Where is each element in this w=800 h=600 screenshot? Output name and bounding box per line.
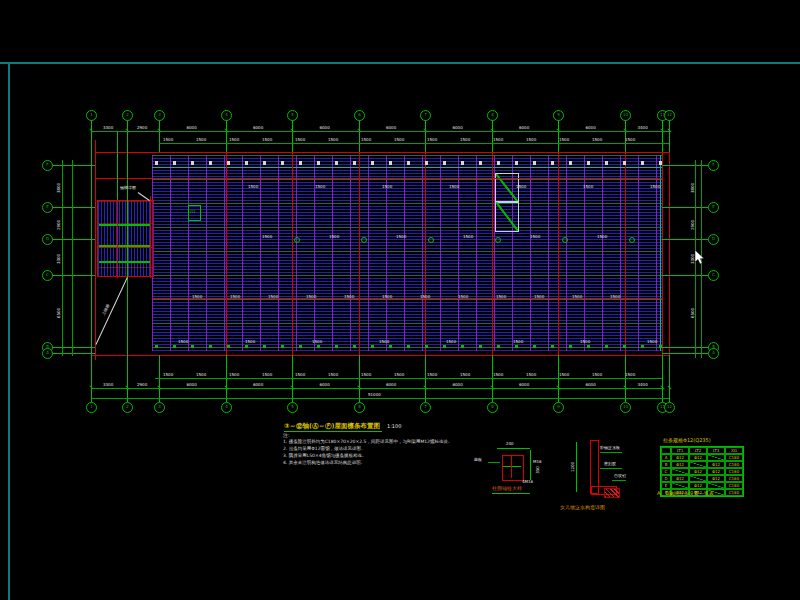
purlin-spacing-label: 1500 (496, 295, 506, 299)
purlin-marker (335, 161, 338, 165)
red-frame-horizontal (97, 247, 152, 248)
axis-bubble-bottom: 3 (154, 402, 165, 413)
dim-tick (89, 128, 93, 132)
table-cell: A (661, 454, 671, 461)
purlin-spacing-label: 1500 (344, 295, 354, 299)
eave-line (152, 167, 662, 168)
purlin-marker (569, 161, 572, 165)
purlin-spacing-label: 1500 (379, 340, 389, 344)
dim-line (155, 378, 662, 379)
dim-value: 1500 (460, 373, 470, 377)
purlin-spacing-label: 1500 (245, 340, 255, 344)
axis-bubble-top: 4 (221, 110, 232, 121)
row-bubble-right: F (708, 160, 719, 171)
row-bubble-right: D (708, 234, 719, 245)
purlin-marker (515, 345, 518, 348)
dim-value: 6000 (320, 126, 330, 130)
purlin-marker (191, 345, 194, 348)
purlin-spacing-label: 1500 (534, 295, 544, 299)
detail1-label-left: 垫板 (474, 458, 482, 462)
purlin-spacing-label: 1500 (458, 295, 468, 299)
table-cell (661, 447, 671, 454)
dim-value: 1500 (460, 138, 470, 142)
table-cell: Φ12 (707, 475, 725, 482)
dim-value: 1500 (394, 138, 404, 142)
axis-bubble-top: 9 (553, 110, 564, 121)
stair-leader-label: 钢梯详图 (120, 186, 136, 190)
red-frame-vertical (292, 152, 293, 355)
purlin-marker (371, 161, 374, 165)
purlin-spacing-label: 1500 (513, 340, 523, 344)
brace-circle (294, 237, 300, 243)
purlin-marker (533, 345, 536, 348)
dim-line (91, 131, 669, 132)
purlin-marker (659, 345, 662, 348)
purlin-marker (173, 345, 176, 348)
purlin-spacing-label: 1500 (312, 340, 322, 344)
red-frame-horizontal (95, 152, 670, 153)
table-cell: XG (725, 447, 743, 454)
detail1-bolt-note: 4M16 (522, 480, 533, 484)
dim-value: 6000 (519, 383, 529, 387)
axis-stub-bottom (669, 355, 670, 402)
dim-value: 1500 (163, 138, 173, 142)
dim-value: 1500 (559, 138, 569, 142)
ramp-diagonal (96, 277, 128, 344)
table-cell (689, 461, 707, 468)
red-frame-vertical (558, 152, 559, 355)
row-leader-left (52, 165, 95, 166)
axis-bubble-top: 1 (86, 110, 97, 121)
purlin-marker (155, 161, 158, 165)
purlin-marker (641, 345, 644, 348)
dim-value: 1500 (229, 373, 239, 377)
dim-value: 1500 (493, 138, 503, 142)
row-bubble-left: C (42, 270, 53, 281)
detail1-label-right: M16 (533, 460, 542, 464)
purlin-marker (569, 345, 572, 348)
purlin-marker (515, 161, 518, 165)
dim-value: 6000 (253, 383, 263, 387)
table-cell: Φ12 (707, 461, 725, 468)
dim-total: 51000 (368, 393, 381, 397)
purlin-marker (425, 161, 428, 165)
purlin-marker (317, 345, 320, 348)
title-underline (284, 431, 382, 432)
purlin-marker (389, 345, 392, 348)
purlin-spacing-label: 1500 (516, 185, 526, 189)
frame-top-line (0, 62, 800, 64)
purlin-spacing-label: 1500 (178, 340, 188, 344)
purlin-marker (209, 161, 212, 165)
dim-value: 6000 (586, 383, 596, 387)
drawing-scale: 1:100 (387, 424, 401, 429)
red-frame-vertical (226, 152, 227, 355)
mouse-cursor (695, 250, 707, 266)
dim-value: 2900 (137, 126, 147, 130)
purlin-marker (353, 345, 356, 348)
note-item: 2. 拉条均采用Φ12圆钢，做法详见详图。 (283, 447, 366, 452)
cad-drawing-canvas[interactable]: 112233445566778899101011111212FFEEDDCCBB… (0, 0, 800, 600)
dim-value: 1500 (394, 373, 404, 377)
drawing-title: ③～⑫轴(Ⓐ～Ⓕ)屋面檩条布置图 (284, 423, 380, 430)
dim-value: 3400 (638, 383, 648, 387)
dim-value: 3300 (103, 383, 113, 387)
brace-circle (361, 237, 367, 243)
purlin-marker (461, 161, 464, 165)
dim-value: 1500 (229, 138, 239, 142)
purlin-marker (605, 345, 608, 348)
purlin-marker (371, 345, 374, 348)
purlin-marker (227, 161, 230, 165)
purlin-marker (551, 161, 554, 165)
purlin-spacing-label: 1500 (230, 295, 240, 299)
table-cell: Φ12 (671, 461, 689, 468)
table-cell: B (661, 461, 671, 468)
dim-value: 2900 (691, 220, 695, 230)
axis-bubble-top: 5 (287, 110, 298, 121)
purlin-marker (587, 345, 590, 348)
stair-band (99, 224, 150, 226)
purlin-marker (479, 161, 482, 165)
dim-value: 1500 (196, 138, 206, 142)
dim-value: 6500 (57, 308, 61, 318)
purlin-marker (407, 161, 410, 165)
axis-stub-bottom (91, 355, 92, 402)
table-cell: Φ12 (671, 454, 689, 461)
